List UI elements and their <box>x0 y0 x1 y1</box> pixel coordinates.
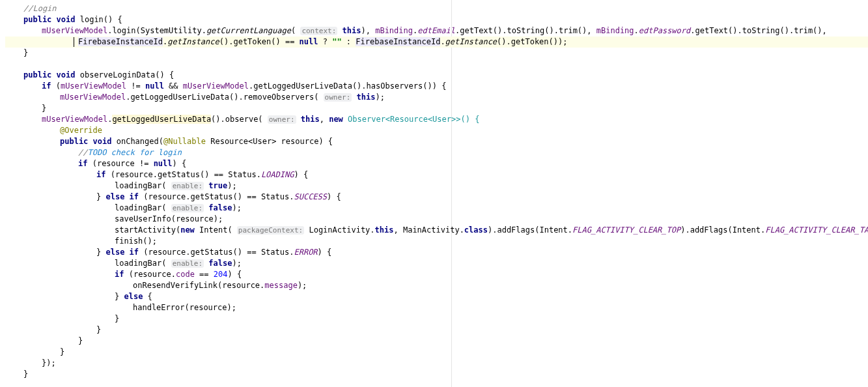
code-line[interactable]: } <box>5 313 868 324</box>
code-token: new <box>180 225 199 235</box>
code-token: code <box>176 270 195 279</box>
code-token: ) { <box>173 159 187 168</box>
code-token: //Login <box>23 4 57 13</box>
code-token: handleError( <box>133 303 189 312</box>
code-token <box>352 93 356 102</box>
code-line[interactable]: if (mUserViewModel != null && mUserViewM… <box>5 81 868 92</box>
code-line[interactable]: } <box>5 324 868 336</box>
code-line[interactable]: //TODO check for login <box>5 147 868 158</box>
code-line[interactable]: } <box>5 369 868 380</box>
code-token: onResendVerifyLink( <box>133 281 222 290</box>
code-token: else <box>124 292 147 301</box>
code-token: 204 <box>214 270 228 279</box>
code-line[interactable]: loadingBar( enable: true); <box>5 180 868 192</box>
code-line[interactable]: FirebaseInstanceId.getInstance().getToke… <box>5 36 868 48</box>
code-token: getInstance <box>167 37 219 46</box>
code-token: ); <box>227 181 236 190</box>
code-token: ), <box>361 26 376 35</box>
code-line[interactable]: } else if (resource.getStatus() == Statu… <box>5 247 868 258</box>
code-token: this <box>343 26 361 35</box>
code-token: edtEmail <box>417 26 455 35</box>
code-token: ) { <box>327 192 341 201</box>
code-token: .getText().toString().trim(), <box>690 26 827 35</box>
code-token: resource <box>222 281 260 290</box>
code-token: false <box>208 203 232 212</box>
code-line[interactable]: } else { <box>5 291 868 302</box>
code-token: } <box>96 248 105 257</box>
code-token: mUserViewModel <box>61 81 126 91</box>
code-token: getCurrentLanguage <box>206 26 291 35</box>
code-token: .getLoggedUserLiveData().removeObservers… <box>126 93 323 102</box>
code-line[interactable]: handleError(resource); <box>5 302 868 313</box>
code-token: edtPassword <box>639 26 690 35</box>
code-token: ( <box>56 81 61 91</box>
code-line[interactable]: onResendVerifyLink(resource.message); <box>5 280 868 291</box>
code-token: .getLoggedUserLiveData().hasObservers())… <box>249 81 446 91</box>
code-token: ) { <box>227 270 242 279</box>
code-token: ().observe( <box>211 115 268 124</box>
code-line[interactable]: startActivity(new Intent( packageContext… <box>5 225 868 236</box>
code-token: mUserViewModel <box>60 93 126 102</box>
code-line[interactable]: } else if (resource.getStatus() == Statu… <box>5 192 868 203</box>
code-token: mUserViewModel <box>42 26 107 35</box>
code-token: : <box>342 37 356 46</box>
code-token: .getStatus() == Status. <box>153 170 261 179</box>
code-token: } <box>42 104 46 113</box>
code-token: enable: <box>171 182 204 190</box>
code-token: ) { <box>318 248 332 257</box>
code-line[interactable] <box>5 59 868 70</box>
code-line[interactable]: } <box>5 347 868 358</box>
code-token: if <box>115 270 129 279</box>
code-token: null <box>145 81 164 91</box>
code-token: loadingBar( <box>115 203 171 212</box>
code-line[interactable]: } <box>5 336 868 347</box>
code-token: else if <box>105 248 143 257</box>
code-token: }); <box>42 358 56 367</box>
code-line[interactable]: public void observeLoginData() { <box>5 70 868 81</box>
code-line[interactable]: saveUserInfo(resource); <box>5 214 868 225</box>
code-token: ); <box>214 214 223 223</box>
code-token: .login(SystemUtility. <box>107 26 206 35</box>
code-editor[interactable]: //Loginpublic void login() {mUserViewMod… <box>0 0 868 380</box>
code-line[interactable]: loadingBar( enable: false); <box>5 203 868 214</box>
code-token: ( <box>129 270 133 279</box>
code-token: FirebaseInstanceId <box>356 37 440 46</box>
code-token: // <box>78 148 87 157</box>
code-line[interactable]: loadingBar( enable: false); <box>5 258 868 269</box>
code-token: mBinding <box>375 26 413 35</box>
code-token: class <box>464 225 488 235</box>
code-token: resource <box>133 270 171 279</box>
code-token: ( <box>291 26 300 35</box>
code-token: "" <box>332 37 341 46</box>
code-line[interactable]: //Login <box>5 3 868 14</box>
code-token: Observer<Resource<User>>() { <box>348 115 479 124</box>
code-line[interactable]: mUserViewModel.getLoggedUserLiveData().o… <box>5 114 868 125</box>
code-token: resource <box>189 303 227 312</box>
code-line[interactable]: if (resource.code == 204) { <box>5 269 868 280</box>
code-token: , <box>320 115 329 124</box>
code-token: } <box>78 336 83 345</box>
code-token: LOADING <box>261 170 294 179</box>
code-line[interactable]: public void login() { <box>5 14 868 25</box>
code-token: resource <box>97 159 135 168</box>
code-token: && <box>164 81 183 91</box>
code-line[interactable]: } <box>5 103 868 114</box>
code-token: ); <box>232 203 241 212</box>
code-token: == <box>195 270 214 279</box>
code-line[interactable]: public void onChanged(@Nullable Resource… <box>5 136 868 147</box>
code-line[interactable]: mUserViewModel.login(SystemUtility.getCu… <box>5 25 868 36</box>
code-token: ( <box>92 159 97 168</box>
code-token: getLoggedUserLiveData <box>112 115 211 124</box>
code-token: else if <box>105 192 143 201</box>
code-line[interactable]: @Override <box>5 125 868 136</box>
code-line[interactable]: }); <box>5 358 868 369</box>
code-token: , MainActivity. <box>393 225 464 235</box>
code-line[interactable]: } <box>5 48 868 59</box>
code-token: new <box>329 115 348 124</box>
code-line[interactable]: if (resource != null) { <box>5 158 868 169</box>
code-token: ); <box>375 93 384 102</box>
code-line[interactable]: finish(); <box>5 236 868 247</box>
code-token: .getStatus() == Status. <box>186 248 294 257</box>
code-line[interactable]: if (resource.getStatus() == Status.LOADI… <box>5 169 868 180</box>
code-line[interactable]: mUserViewModel.getLoggedUserLiveData().r… <box>5 92 868 103</box>
